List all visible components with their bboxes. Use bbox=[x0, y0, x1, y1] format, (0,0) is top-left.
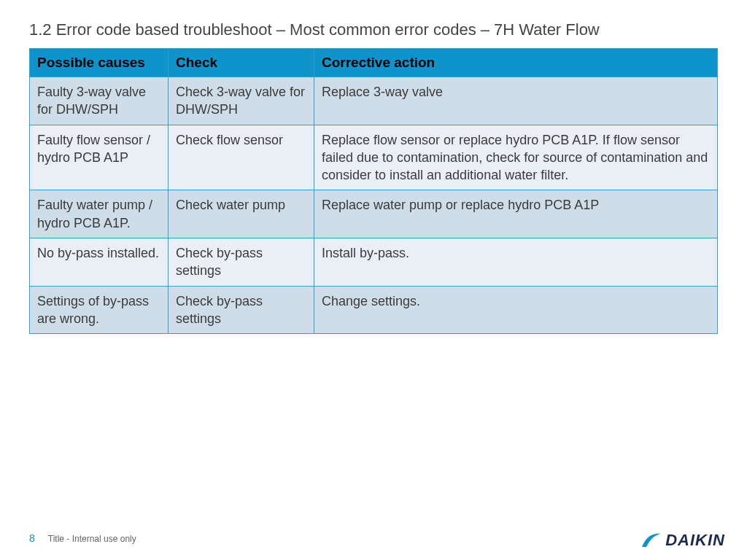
footer: 8 Title - Internal use only bbox=[29, 532, 136, 544]
header-check: Check bbox=[169, 49, 314, 77]
table-header-row: Possible causes Check Corrective action bbox=[30, 49, 718, 77]
cell-check: Check 3-way valve for DHW/SPH bbox=[169, 77, 314, 125]
cell-check: Check water pump bbox=[169, 190, 314, 238]
footer-text: Title - Internal use only bbox=[48, 534, 136, 544]
brand-logo: DAIKIN bbox=[640, 531, 725, 550]
troubleshoot-table: Possible causes Check Corrective action … bbox=[29, 48, 718, 334]
cell-cause: Faulty water pump / hydro PCB A1P. bbox=[30, 190, 169, 238]
cell-check: Check by-pass settings bbox=[169, 286, 314, 334]
cell-action: Replace 3-way valve bbox=[314, 77, 718, 125]
cell-cause: Faulty 3-way valve for DHW/SPH bbox=[30, 77, 169, 125]
header-possible-causes: Possible causes bbox=[30, 49, 169, 77]
header-corrective-action: Corrective action bbox=[314, 49, 718, 77]
cell-action: Replace flow sensor or replace hydro PCB… bbox=[314, 125, 718, 190]
troubleshoot-table-wrap: Possible causes Check Corrective action … bbox=[29, 48, 718, 334]
table-row: No by-pass installed. Check by-pass sett… bbox=[30, 238, 718, 287]
slide-title: 1.2 Error code based troubleshoot – Most… bbox=[29, 20, 600, 39]
cell-cause: Settings of by-pass are wrong. bbox=[30, 286, 169, 334]
logo-text: DAIKIN bbox=[665, 531, 725, 550]
cell-cause: No by-pass installed. bbox=[30, 238, 169, 287]
cell-check: Check by-pass settings bbox=[169, 238, 314, 287]
slide: 1.2 Error code based troubleshoot – Most… bbox=[0, 0, 747, 560]
cell-check: Check flow sensor bbox=[169, 125, 314, 190]
daikin-swoosh-icon bbox=[640, 531, 662, 550]
cell-cause: Faulty flow sensor / hydro PCB A1P bbox=[30, 125, 169, 190]
cell-action: Install by-pass. bbox=[314, 238, 718, 287]
page-number: 8 bbox=[29, 532, 35, 544]
table-row: Faulty 3-way valve for DHW/SPH Check 3-w… bbox=[30, 77, 718, 125]
cell-action: Replace water pump or replace hydro PCB … bbox=[314, 190, 718, 238]
cell-action: Change settings. bbox=[314, 286, 718, 334]
table-row: Faulty flow sensor / hydro PCB A1P Check… bbox=[30, 125, 718, 190]
table-row: Settings of by-pass are wrong. Check by-… bbox=[30, 286, 718, 334]
table-row: Faulty water pump / hydro PCB A1P. Check… bbox=[30, 190, 718, 238]
